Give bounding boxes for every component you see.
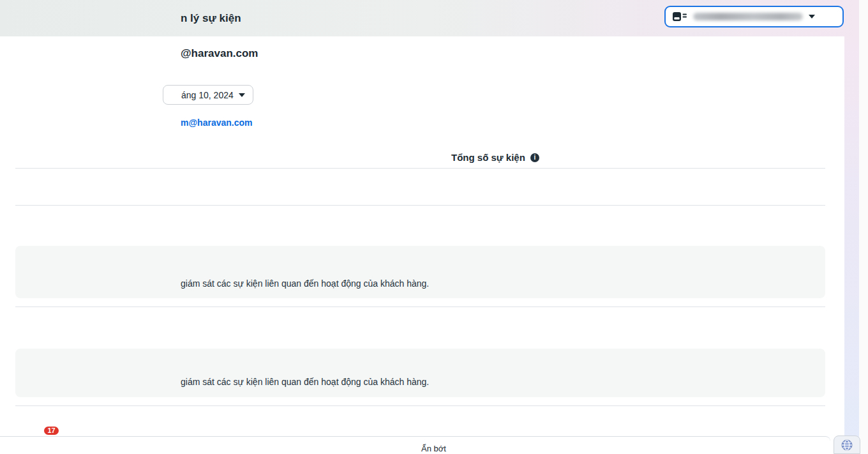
show-less-bar: Ẩn bớt — [0, 436, 830, 454]
globe-icon — [841, 439, 853, 451]
row-description: giám sát các sự kiện liên quan đến hoạt … — [181, 278, 429, 289]
vertical-scrollbar[interactable] — [859, 0, 868, 454]
date-range-dropdown[interactable]: áng 10, 2024 — [163, 85, 253, 105]
dataset-icon — [672, 10, 687, 23]
events-manager-page: n lý sự kiện @haravan.com áng 10, 2024 m… — [0, 0, 868, 454]
pixel-heading: @haravan.com — [181, 47, 258, 60]
pixel-email-link[interactable]: m@haravan.com — [181, 117, 252, 128]
account-selector-dropdown[interactable] — [664, 6, 844, 27]
date-range-label: áng 10, 2024 — [181, 90, 234, 100]
info-icon[interactable]: i — [530, 153, 539, 162]
row-divider — [15, 168, 825, 169]
show-less-button[interactable]: Ẩn bớt — [421, 444, 446, 453]
chevron-down-icon — [809, 15, 815, 19]
row-divider — [15, 405, 825, 406]
row-divider — [15, 205, 825, 206]
event-source-row: giám sát các sự kiện liên quan đến hoạt … — [15, 349, 825, 397]
account-email-redacted — [693, 13, 803, 20]
translate-button[interactable] — [834, 435, 860, 454]
events-column-header: Tổng số sự kiện i — [451, 152, 539, 163]
total-events-label: Tổng số sự kiện — [451, 152, 525, 163]
chevron-down-icon — [239, 93, 245, 97]
row-divider — [15, 306, 825, 307]
event-source-row: giám sát các sự kiện liên quan đến hoạt … — [15, 246, 825, 298]
page-background-strip — [844, 36, 859, 454]
notification-badge: 17 — [43, 425, 60, 436]
page-title: n lý sự kiện — [181, 12, 241, 25]
row-description: giám sát các sự kiện liên quan đến hoạt … — [181, 377, 429, 387]
